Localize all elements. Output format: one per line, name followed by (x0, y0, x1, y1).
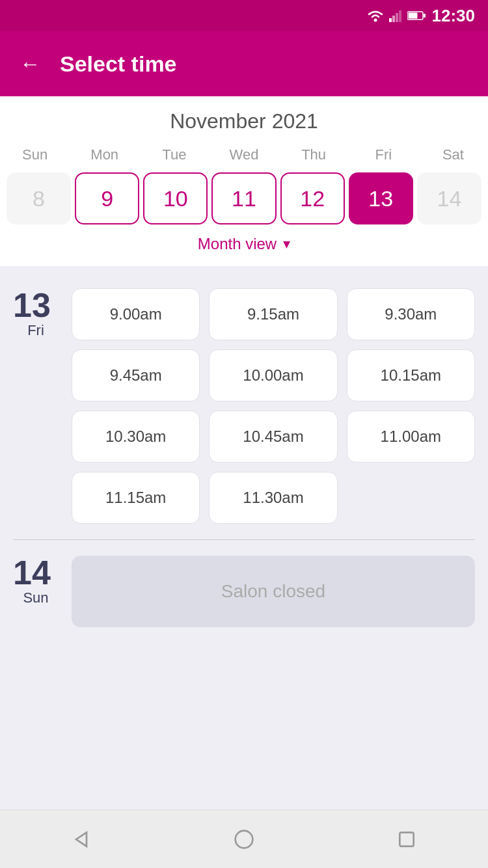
svg-rect-4 (399, 10, 401, 22)
month-view-toggle[interactable]: Month view ▾ (0, 224, 488, 260)
slot-11-15am[interactable]: 11.15am (72, 472, 200, 524)
home-nav-button[interactable] (224, 820, 264, 859)
slot-10-45am[interactable]: 10.45am (209, 411, 337, 463)
day-12[interactable]: 12 (280, 172, 345, 224)
wifi-icon (367, 9, 384, 22)
day-name-13: Fri (13, 322, 59, 339)
svg-point-0 (373, 19, 377, 22)
day-section-14: 14 Sun Salon closed (0, 540, 488, 643)
chevron-down-icon: ▾ (283, 236, 290, 252)
weekday-sun: Sun (0, 144, 70, 166)
day-label-13: 13 Fri (13, 288, 59, 339)
status-time: 12:30 (432, 6, 476, 26)
salon-closed-message: Salon closed (72, 556, 475, 627)
day-label-14: 14 Sun (13, 556, 59, 606)
svg-rect-1 (389, 18, 392, 22)
back-button[interactable]: ← (20, 53, 40, 74)
svg-rect-2 (392, 16, 395, 22)
day-11[interactable]: 11 (211, 172, 276, 224)
home-circle-icon (234, 829, 254, 850)
signal-icon (389, 9, 402, 22)
day-13[interactable]: 13 (349, 172, 413, 224)
weekday-fri: Fri (349, 144, 418, 166)
slot-11-00am[interactable]: 11.00am (347, 411, 475, 463)
weekday-mon: Mon (70, 144, 139, 166)
slot-10-00am[interactable]: 10.00am (209, 349, 337, 401)
weekday-thu: Thu (279, 144, 349, 166)
svg-rect-6 (408, 13, 417, 19)
status-icons (367, 9, 426, 22)
day-header-14: 14 Sun Salon closed (13, 556, 475, 627)
slot-10-15am[interactable]: 10.15am (347, 349, 475, 401)
back-nav-button[interactable] (62, 820, 101, 859)
day-num-13: 13 (13, 288, 59, 322)
svg-point-9 (236, 830, 253, 848)
calendar-days-row: 8 9 10 11 12 13 14 (0, 172, 488, 224)
svg-rect-3 (396, 13, 398, 22)
month-view-label: Month view (198, 235, 277, 253)
page-title: Select time (60, 51, 177, 77)
slot-10-30am[interactable]: 10.30am (72, 411, 200, 463)
day-name-14: Sun (13, 590, 59, 606)
slot-9-00am[interactable]: 9.00am (72, 288, 200, 340)
slot-9-15am[interactable]: 9.15am (209, 288, 337, 340)
slot-9-30am[interactable]: 9.30am (347, 288, 475, 340)
recents-nav-button[interactable] (387, 820, 426, 859)
back-triangle-icon (71, 829, 92, 850)
slots-container: 13 Fri 9.00am 9.15am 9.30am 9.45am 10.00… (0, 266, 488, 809)
day-header-13: 13 Fri 9.00am 9.15am 9.30am 9.45am 10.00… (13, 288, 475, 524)
day-14: 14 (417, 172, 481, 224)
svg-rect-10 (400, 832, 413, 846)
weekday-tue: Tue (139, 144, 209, 166)
battery-icon (407, 10, 426, 21)
svg-marker-8 (76, 832, 87, 846)
day-num-14: 14 (13, 556, 59, 590)
app-header: ← Select time (0, 31, 488, 96)
day-8: 8 (7, 172, 71, 224)
weekday-row: Sun Mon Tue Wed Thu Fri Sat (0, 144, 488, 166)
status-bar: 12:30 (0, 0, 488, 31)
day-9[interactable]: 9 (75, 172, 139, 224)
weekday-wed: Wed (209, 144, 278, 166)
bottom-nav (0, 809, 488, 868)
svg-rect-7 (424, 14, 426, 18)
calendar-section: November 2021 Sun Mon Tue Wed Thu Fri Sa… (0, 96, 488, 266)
slot-9-45am[interactable]: 9.45am (72, 349, 200, 401)
recents-square-icon (396, 829, 417, 850)
calendar-month: November 2021 (0, 109, 488, 133)
slots-grid-13: 9.00am 9.15am 9.30am 9.45am 10.00am 10.1… (72, 288, 475, 524)
weekday-sat: Sat (418, 144, 488, 166)
day-section-13: 13 Fri 9.00am 9.15am 9.30am 9.45am 10.00… (0, 273, 488, 539)
slot-11-30am[interactable]: 11.30am (209, 472, 337, 524)
day-10[interactable]: 10 (143, 172, 208, 224)
